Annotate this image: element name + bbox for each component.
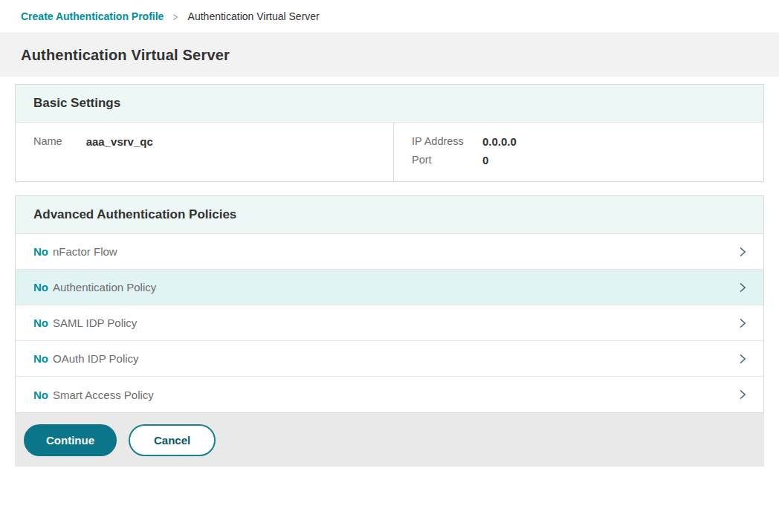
port-field-row: Port 0 bbox=[412, 154, 746, 166]
basic-settings-header: Basic Settings bbox=[16, 85, 763, 123]
footer-action-bar: Continue Cancel bbox=[15, 413, 764, 467]
policy-none-prefix: No bbox=[33, 317, 48, 329]
policy-label: Smart Access Policy bbox=[53, 389, 154, 401]
policy-row[interactable]: NonFactor Flow bbox=[16, 234, 763, 270]
basic-settings-body: Name aaa_vsrv_qc IP Address 0.0.0.0 Port… bbox=[16, 123, 763, 181]
policy-list: NonFactor FlowNoAuthentication PolicyNoS… bbox=[16, 234, 763, 412]
name-label: Name bbox=[33, 135, 62, 148]
port-label: Port bbox=[412, 154, 482, 166]
advanced-policies-panel: Advanced Authentication Policies NonFact… bbox=[15, 195, 764, 413]
page-title: Authentication Virtual Server bbox=[21, 47, 230, 64]
chevron-right-icon[interactable] bbox=[737, 281, 749, 294]
main-content: Basic Settings Name aaa_vsrv_qc IP Addre… bbox=[0, 77, 779, 413]
policy-row[interactable]: NoOAuth IDP Policy bbox=[16, 341, 763, 377]
breadcrumb-link-create-authentication-profile[interactable]: Create Authentication Profile bbox=[21, 10, 164, 22]
policy-label: SAML IDP Policy bbox=[53, 317, 137, 329]
chevron-right-icon[interactable] bbox=[737, 352, 749, 366]
breadcrumb-separator-icon: > bbox=[173, 10, 178, 23]
breadcrumb-current: Authentication Virtual Server bbox=[188, 10, 320, 22]
page-title-bar: Authentication Virtual Server bbox=[0, 33, 779, 77]
policy-row[interactable]: NoSAML IDP Policy bbox=[16, 305, 763, 341]
port-value: 0 bbox=[482, 154, 488, 166]
basic-settings-name-column: Name aaa_vsrv_qc bbox=[16, 123, 394, 181]
policy-label: Authentication Policy bbox=[53, 281, 156, 293]
ip-address-label: IP Address bbox=[412, 135, 482, 148]
advanced-policies-header: Advanced Authentication Policies bbox=[16, 196, 763, 234]
policy-row[interactable]: NoSmart Access Policy bbox=[16, 377, 763, 412]
policy-none-prefix: No bbox=[33, 281, 48, 293]
basic-settings-panel: Basic Settings Name aaa_vsrv_qc IP Addre… bbox=[15, 84, 764, 182]
policy-none-prefix: No bbox=[33, 245, 48, 258]
name-value: aaa_vsrv_qc bbox=[86, 135, 153, 148]
name-field-row: Name aaa_vsrv_qc bbox=[33, 135, 375, 148]
policy-label: nFactor Flow bbox=[53, 245, 117, 258]
ip-address-field-row: IP Address 0.0.0.0 bbox=[412, 135, 746, 148]
policy-none-prefix: No bbox=[33, 389, 48, 401]
policy-row[interactable]: NoAuthentication Policy bbox=[16, 270, 763, 305]
policy-none-prefix: No bbox=[33, 352, 48, 365]
basic-settings-address-column: IP Address 0.0.0.0 Port 0 bbox=[394, 123, 763, 181]
chevron-right-icon[interactable] bbox=[737, 317, 749, 330]
policy-label: OAuth IDP Policy bbox=[53, 352, 139, 365]
chevron-right-icon[interactable] bbox=[737, 388, 749, 401]
ip-address-value: 0.0.0.0 bbox=[482, 135, 517, 148]
breadcrumb: Create Authentication Profile > Authenti… bbox=[0, 0, 779, 33]
cancel-button[interactable]: Cancel bbox=[129, 424, 216, 456]
continue-button[interactable]: Continue bbox=[24, 424, 117, 456]
chevron-right-icon[interactable] bbox=[737, 245, 749, 259]
